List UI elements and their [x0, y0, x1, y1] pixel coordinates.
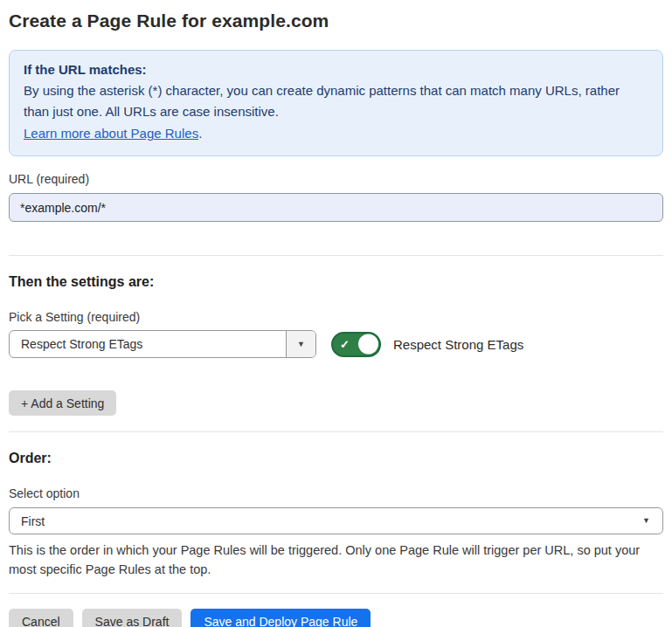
- section-divider: [9, 431, 663, 432]
- setting-select[interactable]: Respect Strong ETags ▼: [9, 330, 316, 358]
- toggle-setting-label: Respect Strong ETags: [393, 337, 523, 352]
- url-input[interactable]: [9, 193, 663, 222]
- section-divider: [9, 593, 663, 594]
- setting-select-arrow-button[interactable]: ▼: [286, 331, 315, 357]
- info-box-heading: If the URL matches:: [24, 59, 648, 80]
- action-buttons-row: Cancel Save as Draft Save and Deploy Pag…: [9, 609, 663, 627]
- save-draft-button[interactable]: Save as Draft: [82, 609, 183, 627]
- order-select[interactable]: First ▼: [9, 507, 663, 534]
- check-icon: ✓: [340, 339, 350, 350]
- add-setting-button[interactable]: + Add a Setting: [9, 390, 116, 416]
- pick-setting-label: Pick a Setting (required): [9, 310, 663, 324]
- order-help-text: This is the order in which your Page Rul…: [9, 541, 663, 579]
- respect-strong-etags-toggle[interactable]: ✓: [331, 332, 381, 357]
- toggle-knob: [358, 334, 378, 355]
- learn-more-link[interactable]: Learn more about Page Rules: [24, 126, 198, 141]
- settings-heading: Then the settings are:: [9, 274, 663, 290]
- page-title: Create a Page Rule for example.com: [9, 10, 663, 31]
- order-select-value: First: [10, 514, 642, 528]
- order-heading: Order:: [9, 451, 663, 466]
- save-deploy-button[interactable]: Save and Deploy Page Rule: [191, 609, 371, 627]
- setting-row: Respect Strong ETags ▼ ✓ Respect Strong …: [9, 330, 663, 358]
- info-box-link-line: Learn more about Page Rules.: [24, 122, 648, 145]
- select-option-label: Select option: [9, 486, 663, 500]
- chevron-down-icon: ▼: [642, 517, 650, 525]
- chevron-down-icon: ▼: [297, 341, 305, 348]
- url-label: URL (required): [9, 172, 663, 186]
- cancel-button[interactable]: Cancel: [9, 609, 73, 627]
- section-divider: [9, 255, 663, 256]
- url-match-info-box: If the URL matches: By using the asteris…: [9, 50, 663, 156]
- info-box-body: By using the asterisk (*) character, you…: [24, 80, 648, 122]
- link-period: .: [198, 126, 202, 141]
- create-page-rule-panel: Create a Page Rule for example.com If th…: [0, 10, 672, 627]
- setting-select-value: Respect Strong ETags: [10, 337, 286, 351]
